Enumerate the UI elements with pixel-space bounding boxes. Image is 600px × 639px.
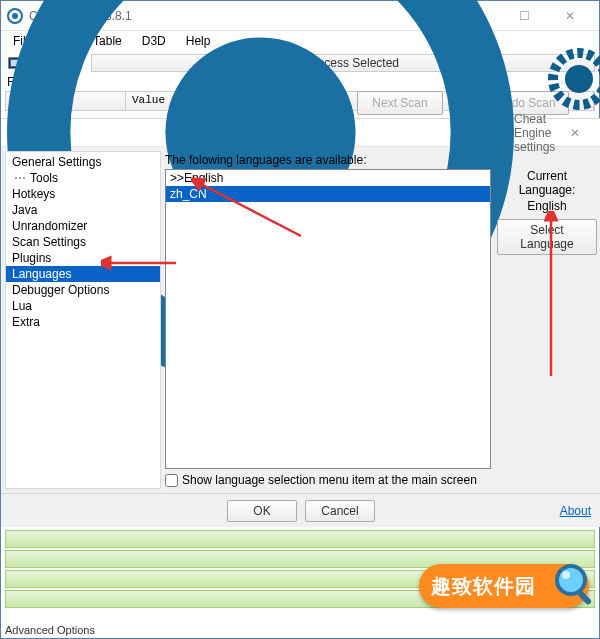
settings-close-button[interactable]: ✕ [555, 119, 595, 147]
show-language-menu-label: Show language selection menu item at the… [182, 473, 477, 487]
tree-item-tools[interactable]: Tools [6, 170, 160, 186]
advanced-options-label[interactable]: Advanced Options [5, 624, 95, 636]
tree-item-scan-settings[interactable]: Scan Settings [6, 234, 160, 250]
current-language-label: Current Language: [497, 169, 597, 197]
language-item[interactable]: >>English [166, 170, 490, 186]
tree-item-plugins[interactable]: Plugins [6, 250, 160, 266]
about-link[interactable]: About [560, 504, 591, 518]
svg-rect-16 [577, 590, 593, 606]
watermark-badge: 趣致软件园 [419, 564, 589, 608]
available-languages-label: The folowing languages are available: [165, 151, 597, 169]
tree-item-hotkeys[interactable]: Hotkeys [6, 186, 160, 202]
tree-item-lua[interactable]: Lua [6, 298, 160, 314]
settings-dialog: Cheat Engine settings ✕ General Settings… [1, 118, 600, 527]
current-language-value: English [527, 199, 566, 213]
tree-item-unrandomizer[interactable]: Unrandomizer [6, 218, 160, 234]
settings-titlebar: Cheat Engine settings ✕ [1, 119, 600, 147]
language-item[interactable]: zh_CN [166, 186, 490, 202]
svg-point-8 [565, 65, 593, 93]
svg-point-14 [557, 566, 585, 594]
background-gear-icon [547, 47, 600, 111]
magnifier-icon [551, 560, 599, 608]
cancel-button[interactable]: Cancel [305, 500, 375, 522]
tree-item-java[interactable]: Java [6, 202, 160, 218]
tree-item-languages[interactable]: Languages [6, 266, 160, 282]
cheat-table-row[interactable] [5, 530, 595, 548]
tree-item-extra[interactable]: Extra [6, 314, 160, 330]
close-button[interactable]: ✕ [547, 2, 593, 30]
svg-point-15 [562, 571, 570, 579]
select-language-button[interactable]: Select Language [497, 219, 597, 255]
tree-item-general-settings[interactable]: General Settings [6, 154, 160, 170]
show-language-menu-checkbox[interactable] [165, 474, 178, 487]
tree-item-debugger-options[interactable]: Debugger Options [6, 282, 160, 298]
ok-button[interactable]: OK [227, 500, 297, 522]
watermark-text: 趣致软件园 [431, 573, 536, 600]
settings-tree[interactable]: General SettingsToolsHotkeysJavaUnrandom… [5, 151, 161, 489]
language-list[interactable]: >>Englishzh_CN [165, 169, 491, 469]
